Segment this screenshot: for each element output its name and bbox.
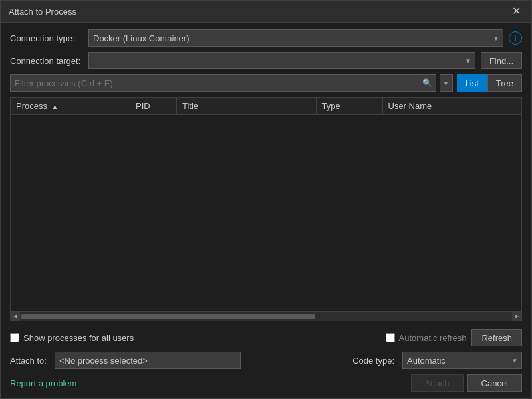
- column-header-title[interactable]: Title: [177, 98, 317, 114]
- table-header: Process ▲ PID Title Type User Name: [11, 98, 521, 115]
- attach-row: Attach to: Code type: Automatic Managed …: [10, 352, 522, 369]
- connection-type-select[interactable]: Docker (Linux Container) Default Remote: [88, 29, 503, 47]
- find-button[interactable]: Find...: [481, 52, 522, 69]
- connection-target-row: Connection target: ▼ Find...: [10, 52, 522, 69]
- filter-row: 🔍 ▼ List Tree: [10, 74, 522, 92]
- scroll-right-button[interactable]: ▶: [512, 312, 521, 321]
- column-header-type[interactable]: Type: [317, 98, 383, 114]
- filter-input-wrapper: 🔍: [10, 74, 436, 92]
- column-header-pid[interactable]: PID: [130, 98, 177, 114]
- connection-target-select[interactable]: [88, 52, 475, 69]
- connection-target-select-wrapper: ▼: [88, 52, 475, 69]
- bottom-section: Show processes for all users Automatic r…: [10, 327, 522, 392]
- connection-type-row: Connection type: Docker (Linux Container…: [10, 29, 522, 47]
- close-button[interactable]: ✕: [509, 6, 523, 17]
- process-table: Process ▲ PID Title Type User Name: [10, 97, 522, 321]
- connection-target-label: Connection target:: [10, 56, 83, 66]
- table-body: [11, 115, 521, 311]
- refresh-button[interactable]: Refresh: [471, 329, 522, 346]
- dialog-body: Connection type: Docker (Linux Container…: [1, 23, 531, 398]
- tree-view-button[interactable]: Tree: [487, 74, 522, 92]
- show-all-users-label: Show processes for all users: [23, 333, 134, 343]
- report-problem-link[interactable]: Report a problem: [10, 378, 76, 388]
- title-bar: Attach to Process ✕: [1, 1, 531, 23]
- attach-to-label: Attach to:: [10, 356, 47, 366]
- attach-to-input[interactable]: [55, 352, 241, 369]
- list-view-button[interactable]: List: [457, 74, 487, 92]
- cancel-button[interactable]: Cancel: [467, 374, 522, 392]
- auto-refresh-checkbox[interactable]: [386, 333, 395, 342]
- view-toggle: List Tree: [457, 74, 522, 92]
- scroll-left-button[interactable]: ◀: [11, 312, 20, 321]
- connection-type-label: Connection type:: [10, 33, 83, 43]
- show-all-users-checkbox[interactable]: [10, 333, 19, 342]
- auto-refresh-label-text: Automatic refresh: [399, 333, 467, 343]
- code-type-select[interactable]: Automatic Managed (.NET) Native Script: [402, 352, 522, 369]
- scroll-thumb[interactable]: [21, 314, 315, 319]
- action-buttons: Attach Cancel: [411, 374, 522, 392]
- horizontal-scrollbar[interactable]: ◀ ▶: [11, 311, 521, 321]
- search-dropdown[interactable]: ▼: [440, 74, 453, 92]
- column-header-username[interactable]: User Name: [383, 98, 522, 114]
- column-header-process[interactable]: Process ▲: [11, 98, 130, 114]
- connection-type-select-wrapper: Docker (Linux Container) Default Remote …: [88, 29, 503, 47]
- options-row: Show processes for all users Automatic r…: [10, 329, 522, 346]
- code-type-select-wrapper: Automatic Managed (.NET) Native Script ▼: [402, 352, 522, 369]
- show-all-users-checkbox-label[interactable]: Show processes for all users: [10, 333, 134, 343]
- attach-button[interactable]: Attach: [411, 374, 464, 392]
- code-type-label: Code type:: [352, 356, 394, 366]
- dialog-title: Attach to Process: [9, 7, 76, 17]
- action-row: Report a problem Attach Cancel: [10, 374, 522, 392]
- filter-input[interactable]: [10, 74, 436, 92]
- scroll-track[interactable]: [21, 314, 511, 319]
- auto-refresh-checkbox-label[interactable]: Automatic refresh: [386, 333, 467, 343]
- attach-to-process-dialog: Attach to Process ✕ Connection type: Doc…: [0, 0, 532, 399]
- info-icon[interactable]: i: [509, 31, 522, 45]
- search-icon: 🔍: [422, 78, 432, 88]
- auto-refresh-group: Automatic refresh Refresh: [386, 329, 522, 346]
- sort-arrow-icon: ▲: [52, 103, 59, 110]
